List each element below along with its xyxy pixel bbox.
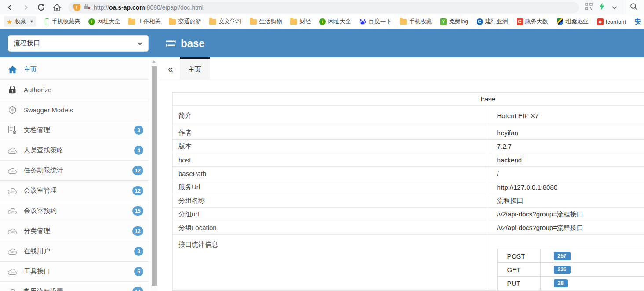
api-cloud-icon: API [7,187,18,194]
browser-toolbar: ! http://oa.s-ap.com:8080/eipapi/doc.htm… [0,0,644,14]
count-badge: 5 [134,267,143,276]
sidebar-item-api-group[interactable]: API 在线用户3 [0,241,149,262]
sidebar-item-api-group[interactable]: API 任务期限统计12 [0,161,149,181]
bookmark-item[interactable]: 工作相关 [128,18,160,25]
security-warning-icon[interactable]: ! [73,4,80,11]
api-cloud-icon: API [7,208,18,215]
table-row: 分组url/v2/api-docs?group=流程接口 [173,208,644,221]
count-badge: 3 [134,126,143,135]
flash-icon[interactable] [599,3,605,12]
table-title: base [173,93,644,106]
search-panel[interactable] [623,0,644,14]
skull-icon: ☻ [597,18,604,25]
sidebar-item-home[interactable]: 主页 [0,60,149,80]
count-badge: 12 [132,226,143,236]
api-info-table: base 简介Hotent EIP X7 作者heyifan 版本7.2.7 h… [172,92,644,291]
sidebar-item-api-group[interactable]: API 常用流程设置14 [0,282,149,291]
folder-icon [209,19,216,25]
sidebar-item-api-group[interactable]: API 分类管理12 [0,221,149,241]
sidebar-item-doc-manage[interactable]: 文档管理3 [0,120,149,140]
home-content: base 简介Hotent EIP X7 作者heyifan 版本7.2.7 h… [160,80,644,291]
method-count-badge: 257 [554,252,571,261]
sidebar-item-api-group[interactable]: API 会议室管理12 [0,181,149,201]
bookmark-favorites[interactable]: ★收藏▼ [4,16,36,27]
svg-text:API: API [10,190,14,193]
table-row: hostbackend [173,153,644,167]
table-row: 版本7.2.7 [173,140,644,153]
reload-button[interactable] [37,3,45,11]
table-row: 作者heyifan [173,126,644,140]
api-cloud-icon: API [7,288,18,291]
select-chevron-down-icon [137,42,143,45]
filter-lines-icon [165,40,176,47]
api-cloud-icon: API [7,248,18,255]
table-row: basePath/ [173,167,644,180]
table-row: 分组Location/v2/api-docs?group=流程接口 [173,221,644,235]
stats-row: POST257 [497,249,644,263]
toolbar-chevron-down-icon[interactable] [611,4,618,11]
bookmarks-bar: ★收藏▼ 手机收藏夹 +网址大全 工作相关 交通旅游 文文学习 生活购物 财经 … [0,14,644,29]
svg-text:API: API [10,230,14,233]
count-badge: 12 [132,166,143,175]
home-button[interactable] [53,4,61,11]
bookmark-item[interactable]: 交通旅游 [169,18,201,25]
bookmark-item[interactable]: 手机收藏夹 [45,18,80,25]
back-button[interactable] [6,4,14,11]
sidebar-item-authorize[interactable]: Authorize [0,80,149,100]
sidebar: 主页 Authorize Swagger Models 文档管理3 API 人员… [0,57,149,291]
count-badge: 4 [134,146,143,155]
bookmark-item[interactable]: 安购OK卡 [634,18,644,25]
bookmark-item[interactable]: Y免费log [440,18,468,25]
sidebar-item-api-group[interactable]: API 会议室预约15 [0,201,149,221]
an-icon: 安 [634,18,641,25]
bookmark-item[interactable]: C政务大数 [517,18,548,25]
bookmark-item[interactable]: C建行亚洲 [477,18,508,25]
phone-icon [45,18,49,25]
nav-plus-icon: + [319,18,326,25]
method-stats-table: POST257 GET236 PUT28 [497,249,644,290]
green-logo-icon: Y [440,18,447,25]
bookmark-item[interactable]: 财经 [290,18,311,25]
method-count-badge: 236 [554,266,571,274]
bookmark-item[interactable]: 生活购物 [250,18,282,25]
svg-text:API: API [10,170,14,172]
stats-row: PUT28 [497,277,644,290]
group-select-value: 流程接口 [14,39,40,47]
method-count-badge: 28 [554,279,568,288]
models-cube-icon [7,105,18,115]
bookmark-item[interactable]: 坦桑尼亚 [557,18,589,25]
bookmark-item[interactable]: 文文学习 [209,18,241,25]
collapse-sidebar-button[interactable]: « [168,64,173,73]
group-select[interactable]: 流程接口 [8,35,149,52]
bank-icon: C [477,18,483,25]
address-bar[interactable]: ! http://oa.s-ap.com:8080/eipapi/doc.htm… [68,2,579,13]
insecure-lock-icon[interactable] [84,3,91,11]
tab-home[interactable]: 主页 [180,57,210,80]
scrollbar-thumb[interactable] [152,66,157,286]
search-icon[interactable] [630,3,638,12]
bookmark-item[interactable]: +网址大全 [319,18,351,25]
sidebar-item-api-group[interactable]: API 工具接口5 [0,262,149,282]
page-title: base [165,37,205,50]
bookmark-item[interactable]: ☻Iconfont [597,18,626,25]
forward-button[interactable] [22,4,29,11]
bookmark-item[interactable]: 百度一下 [359,18,391,25]
scrollbar-up-arrow-icon[interactable] [152,60,156,63]
folder-icon [128,19,135,25]
home-icon [7,65,18,74]
api-cloud-icon: API [7,228,18,235]
sidebar-item-swagger-models[interactable]: Swagger Models [0,100,149,120]
sidebar-item-api-group[interactable]: API 人员查找策略4 [0,140,149,161]
url-text: http://oa.s-ap.com:8080/eipapi/doc.html [94,4,204,11]
svg-text:API: API [10,210,14,213]
bookmark-item[interactable]: +网址大全 [88,18,120,25]
api-cloud-icon: API [7,268,18,275]
main-panel: « 主页 base 简介Hotent EIP X7 作者heyifan 版本7.… [160,57,644,291]
table-header-row: base [173,93,644,106]
svg-text:API: API [10,150,14,152]
bookmark-item[interactable]: 手机收藏 [400,18,432,25]
app-header: 流程接口 base [0,29,644,57]
sidebar-scrollbar[interactable] [151,57,157,291]
folder-icon [290,19,297,25]
qr-code-icon[interactable] [585,3,593,12]
